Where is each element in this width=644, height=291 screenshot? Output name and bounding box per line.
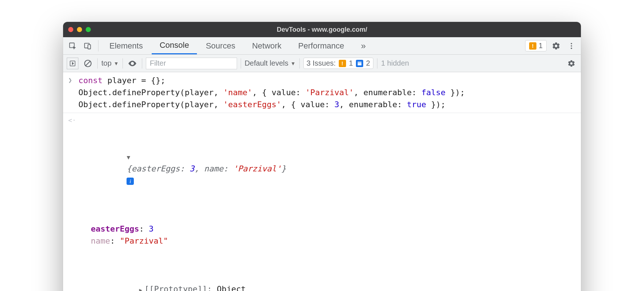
settings-gear-icon[interactable] (549, 37, 563, 54)
output-marker-icon: <· (68, 115, 78, 291)
separator (299, 58, 300, 69)
device-toggle-icon[interactable] (81, 37, 95, 54)
divider (98, 40, 98, 51)
levels-label: Default levels (245, 59, 288, 67)
svg-point-3 (571, 43, 572, 44)
disclosure-triangle-right-icon[interactable] (139, 284, 144, 291)
issues-warn-count: 1 (349, 59, 353, 67)
object-preview-line[interactable]: ▼ {easterEggs: 3, name: 'Parzival'} i (78, 139, 291, 199)
tab-console[interactable]: Console (152, 37, 197, 54)
maximize-window-button[interactable] (86, 27, 91, 32)
code-line: Object.defineProperty(player, 'name', { … (78, 86, 465, 98)
prototype-key: [[Prototype]] (144, 284, 207, 291)
property-key: name (91, 236, 110, 245)
console-body: ❯ const player = {};Object.definePropert… (63, 72, 581, 291)
code-block[interactable]: const player = {};Object.defineProperty(… (78, 74, 465, 110)
issues-info-count: 2 (366, 59, 370, 67)
separator (97, 58, 98, 69)
live-expression-eye-icon[interactable] (127, 58, 138, 69)
separator (241, 58, 241, 69)
hidden-messages-label: 1 hidden (381, 59, 409, 67)
code-line: Object.defineProperty(player, 'easterEgg… (78, 98, 465, 110)
svg-rect-2 (88, 44, 90, 49)
window-title: DevTools - www.google.com/ (63, 26, 581, 34)
issues-label: 3 Issues: (307, 59, 336, 67)
tabs-overflow-button[interactable]: » (353, 37, 374, 54)
window-controls (68, 27, 91, 32)
disclosure-triangle-down-icon[interactable]: ▼ (127, 153, 130, 162)
titlebar: DevTools - www.google.com/ (63, 22, 581, 37)
panel-tabbar: Elements Console Sources Network Perform… (63, 37, 581, 55)
property-value: "Parzival" (120, 236, 168, 245)
console-result-entry: <· ▼ {easterEggs: 3, name: 'Parzival'} i… (63, 115, 581, 291)
info-icon (356, 60, 363, 67)
chevron-down-icon: ▼ (291, 61, 296, 66)
chevron-down-icon: ▼ (114, 61, 119, 66)
svg-point-4 (571, 45, 572, 47)
warning-icon: ! (339, 60, 346, 67)
console-toolbar: top ▼ Default levels ▼ 3 Issues: ! 1 2 1… (63, 55, 581, 72)
tab-network[interactable]: Network (244, 37, 290, 54)
execution-context-selector[interactable]: top ▼ (101, 59, 119, 67)
context-label: top (101, 59, 112, 67)
separator (142, 58, 142, 69)
prototype-line[interactable]: [[Prototype]]: Object (78, 271, 291, 291)
issues-summary[interactable]: 3 Issues: ! 1 2 (303, 58, 373, 69)
console-settings-gear-icon[interactable] (566, 58, 577, 69)
property-key: easterEggs (91, 224, 139, 233)
prototype-value: Object (217, 284, 246, 291)
svg-point-5 (571, 47, 572, 49)
issues-warning-badge[interactable]: ! 1 (525, 40, 547, 51)
minimize-window-button[interactable] (77, 27, 82, 32)
object-property-line[interactable]: name: "Parzival" (78, 235, 291, 247)
property-value: 3 (149, 224, 154, 233)
toggle-sidebar-icon[interactable] (67, 58, 78, 69)
filter-input[interactable] (146, 58, 237, 69)
object-property-line[interactable]: easterEggs: 3 (78, 223, 291, 235)
info-icon[interactable]: i (127, 178, 134, 185)
svg-line-8 (86, 61, 90, 66)
devtools-window: DevTools - www.google.com/ Elements Cons… (63, 22, 581, 291)
console-input-entry: ❯ const player = {};Object.definePropert… (63, 74, 581, 111)
clear-console-icon[interactable] (82, 58, 94, 69)
code-line: const player = {}; (78, 74, 465, 86)
warning-count: 1 (539, 42, 543, 50)
result-block[interactable]: ▼ {easterEggs: 3, name: 'Parzival'} i ea… (78, 115, 291, 291)
tab-elements[interactable]: Elements (101, 37, 151, 54)
input-prompt-icon: ❯ (68, 74, 78, 110)
tab-performance[interactable]: Performance (290, 37, 352, 54)
close-window-button[interactable] (68, 27, 73, 32)
warning-icon: ! (529, 42, 536, 50)
inspect-element-icon[interactable] (65, 37, 80, 54)
separator (377, 58, 377, 69)
log-levels-selector[interactable]: Default levels ▼ (245, 59, 296, 67)
separator (63, 113, 581, 113)
separator (123, 58, 123, 69)
kebab-menu-icon[interactable] (564, 37, 579, 54)
tab-sources[interactable]: Sources (198, 37, 243, 54)
